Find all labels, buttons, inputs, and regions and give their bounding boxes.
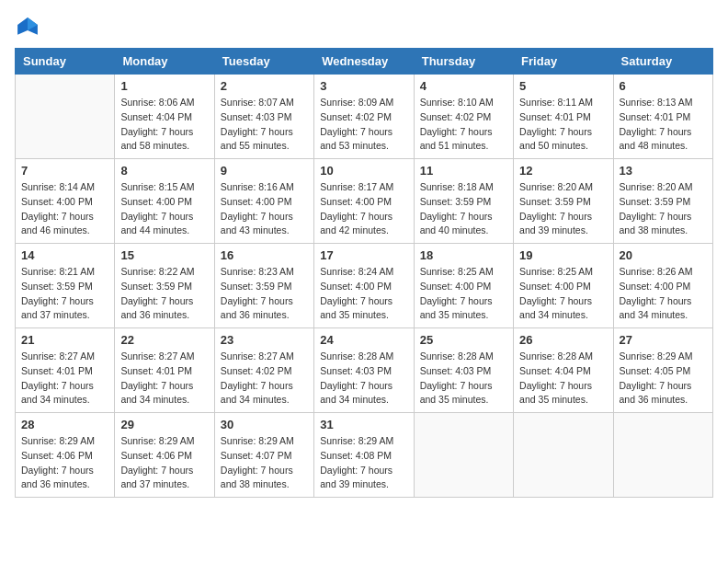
day-number: 3 — [320, 79, 407, 93]
weekday-header-saturday: Saturday — [613, 49, 712, 75]
day-info: Sunrise: 8:27 AMSunset: 4:01 PMDaylight:… — [21, 350, 108, 408]
day-number: 14 — [21, 248, 108, 262]
calendar-cell: 15Sunrise: 8:22 AMSunset: 3:59 PMDayligh… — [115, 244, 214, 328]
day-info: Sunrise: 8:29 AMSunset: 4:07 PMDaylight:… — [221, 434, 308, 492]
day-info: Sunrise: 8:21 AMSunset: 3:59 PMDaylight:… — [21, 265, 108, 323]
day-info: Sunrise: 8:29 AMSunset: 4:06 PMDaylight:… — [120, 434, 208, 492]
calendar-cell: 28Sunrise: 8:29 AMSunset: 4:06 PMDayligh… — [16, 413, 115, 498]
weekday-header-monday: Monday — [115, 49, 214, 75]
day-info: Sunrise: 8:11 AMSunset: 4:01 PMDaylight:… — [519, 96, 607, 154]
day-info: Sunrise: 8:28 AMSunset: 4:04 PMDaylight:… — [519, 350, 607, 408]
day-number: 19 — [519, 248, 607, 262]
weekday-header-row: SundayMondayTuesdayWednesdayThursdayFrid… — [16, 49, 713, 75]
weekday-header-thursday: Thursday — [414, 49, 513, 75]
day-info: Sunrise: 8:15 AMSunset: 4:00 PMDaylight:… — [120, 180, 208, 238]
day-info: Sunrise: 8:27 AMSunset: 4:02 PMDaylight:… — [221, 350, 308, 408]
day-number: 28 — [21, 418, 108, 431]
day-info: Sunrise: 8:25 AMSunset: 4:00 PMDaylight:… — [519, 265, 607, 323]
day-number: 12 — [519, 164, 607, 178]
day-number: 6 — [620, 79, 707, 93]
calendar-cell: 20Sunrise: 8:26 AMSunset: 4:00 PMDayligh… — [613, 244, 712, 328]
calendar-cell: 14Sunrise: 8:21 AMSunset: 3:59 PMDayligh… — [16, 244, 115, 328]
calendar-cell: 19Sunrise: 8:25 AMSunset: 4:00 PMDayligh… — [514, 244, 613, 328]
day-number: 9 — [221, 164, 308, 178]
calendar-cell: 7Sunrise: 8:14 AMSunset: 4:00 PMDaylight… — [16, 159, 115, 244]
calendar-table: SundayMondayTuesdayWednesdayThursdayFrid… — [15, 48, 713, 498]
calendar-cell: 8Sunrise: 8:15 AMSunset: 4:00 PMDaylight… — [115, 159, 214, 244]
calendar-cell: 29Sunrise: 8:29 AMSunset: 4:06 PMDayligh… — [115, 413, 214, 498]
day-number: 23 — [221, 333, 308, 347]
calendar-cell — [16, 75, 115, 159]
day-number: 25 — [420, 333, 507, 347]
calendar-cell: 22Sunrise: 8:27 AMSunset: 4:01 PMDayligh… — [115, 328, 214, 413]
calendar-cell: 12Sunrise: 8:20 AMSunset: 3:59 PMDayligh… — [514, 159, 613, 244]
calendar-cell: 16Sunrise: 8:23 AMSunset: 3:59 PMDayligh… — [214, 244, 313, 328]
calendar-week-row: 28Sunrise: 8:29 AMSunset: 4:06 PMDayligh… — [16, 413, 713, 498]
logo — [15, 15, 44, 40]
day-info: Sunrise: 8:10 AMSunset: 4:02 PMDaylight:… — [420, 96, 507, 154]
day-number: 27 — [620, 333, 707, 347]
day-info: Sunrise: 8:06 AMSunset: 4:04 PMDaylight:… — [120, 96, 208, 154]
day-number: 15 — [120, 248, 208, 262]
calendar-cell: 10Sunrise: 8:17 AMSunset: 4:00 PMDayligh… — [314, 159, 414, 244]
day-number: 16 — [221, 248, 308, 262]
day-number: 5 — [519, 79, 607, 93]
day-number: 8 — [120, 164, 208, 178]
weekday-header-tuesday: Tuesday — [214, 49, 313, 75]
calendar-cell: 25Sunrise: 8:28 AMSunset: 4:03 PMDayligh… — [414, 328, 513, 413]
day-number: 31 — [320, 418, 407, 431]
calendar-cell — [514, 413, 613, 498]
day-number: 4 — [420, 79, 507, 93]
day-info: Sunrise: 8:23 AMSunset: 3:59 PMDaylight:… — [221, 265, 308, 323]
day-number: 2 — [221, 79, 308, 93]
calendar-cell: 23Sunrise: 8:27 AMSunset: 4:02 PMDayligh… — [214, 328, 313, 413]
day-number: 1 — [120, 79, 208, 93]
day-number: 29 — [120, 418, 208, 431]
day-info: Sunrise: 8:14 AMSunset: 4:00 PMDaylight:… — [21, 180, 108, 238]
calendar-cell: 1Sunrise: 8:06 AMSunset: 4:04 PMDaylight… — [115, 75, 214, 159]
logo-icon — [15, 15, 40, 40]
calendar-cell: 27Sunrise: 8:29 AMSunset: 4:05 PMDayligh… — [613, 328, 712, 413]
calendar-cell: 5Sunrise: 8:11 AMSunset: 4:01 PMDaylight… — [514, 75, 613, 159]
day-info: Sunrise: 8:24 AMSunset: 4:00 PMDaylight:… — [320, 265, 407, 323]
calendar-cell: 26Sunrise: 8:28 AMSunset: 4:04 PMDayligh… — [514, 328, 613, 413]
day-number: 17 — [320, 248, 407, 262]
calendar-week-row: 1Sunrise: 8:06 AMSunset: 4:04 PMDaylight… — [16, 75, 713, 159]
calendar-cell: 3Sunrise: 8:09 AMSunset: 4:02 PMDaylight… — [314, 75, 414, 159]
calendar-cell: 24Sunrise: 8:28 AMSunset: 4:03 PMDayligh… — [314, 328, 414, 413]
day-info: Sunrise: 8:22 AMSunset: 3:59 PMDaylight:… — [120, 265, 208, 323]
day-number: 26 — [519, 333, 607, 347]
day-info: Sunrise: 8:20 AMSunset: 3:59 PMDaylight:… — [620, 180, 707, 238]
day-number: 18 — [420, 248, 507, 262]
day-number: 30 — [221, 418, 308, 431]
day-info: Sunrise: 8:09 AMSunset: 4:02 PMDaylight:… — [320, 96, 407, 154]
calendar-cell: 6Sunrise: 8:13 AMSunset: 4:01 PMDaylight… — [613, 75, 712, 159]
day-info: Sunrise: 8:27 AMSunset: 4:01 PMDaylight:… — [120, 350, 208, 408]
calendar-week-row: 7Sunrise: 8:14 AMSunset: 4:00 PMDaylight… — [16, 159, 713, 244]
calendar-cell: 31Sunrise: 8:29 AMSunset: 4:08 PMDayligh… — [314, 413, 414, 498]
day-number: 11 — [420, 164, 507, 178]
calendar-cell: 30Sunrise: 8:29 AMSunset: 4:07 PMDayligh… — [214, 413, 313, 498]
calendar-cell: 2Sunrise: 8:07 AMSunset: 4:03 PMDaylight… — [214, 75, 313, 159]
day-number: 10 — [320, 164, 407, 178]
day-number: 24 — [320, 333, 407, 347]
day-info: Sunrise: 8:29 AMSunset: 4:05 PMDaylight:… — [620, 350, 707, 408]
calendar-cell: 11Sunrise: 8:18 AMSunset: 3:59 PMDayligh… — [414, 159, 513, 244]
day-info: Sunrise: 8:20 AMSunset: 3:59 PMDaylight:… — [519, 180, 607, 238]
calendar-cell: 13Sunrise: 8:20 AMSunset: 3:59 PMDayligh… — [613, 159, 712, 244]
day-info: Sunrise: 8:16 AMSunset: 4:00 PMDaylight:… — [221, 180, 308, 238]
calendar-cell: 18Sunrise: 8:25 AMSunset: 4:00 PMDayligh… — [414, 244, 513, 328]
day-info: Sunrise: 8:28 AMSunset: 4:03 PMDaylight:… — [420, 350, 507, 408]
calendar-cell: 9Sunrise: 8:16 AMSunset: 4:00 PMDaylight… — [214, 159, 313, 244]
calendar-cell: 21Sunrise: 8:27 AMSunset: 4:01 PMDayligh… — [16, 328, 115, 413]
calendar-cell: 4Sunrise: 8:10 AMSunset: 4:02 PMDaylight… — [414, 75, 513, 159]
day-info: Sunrise: 8:29 AMSunset: 4:06 PMDaylight:… — [21, 434, 108, 492]
day-info: Sunrise: 8:07 AMSunset: 4:03 PMDaylight:… — [221, 96, 308, 154]
day-info: Sunrise: 8:25 AMSunset: 4:00 PMDaylight:… — [420, 265, 507, 323]
weekday-header-wednesday: Wednesday — [314, 49, 414, 75]
calendar-week-row: 14Sunrise: 8:21 AMSunset: 3:59 PMDayligh… — [16, 244, 713, 328]
day-info: Sunrise: 8:17 AMSunset: 4:00 PMDaylight:… — [320, 180, 407, 238]
weekday-header-friday: Friday — [514, 49, 613, 75]
day-number: 21 — [21, 333, 108, 347]
calendar-week-row: 21Sunrise: 8:27 AMSunset: 4:01 PMDayligh… — [16, 328, 713, 413]
